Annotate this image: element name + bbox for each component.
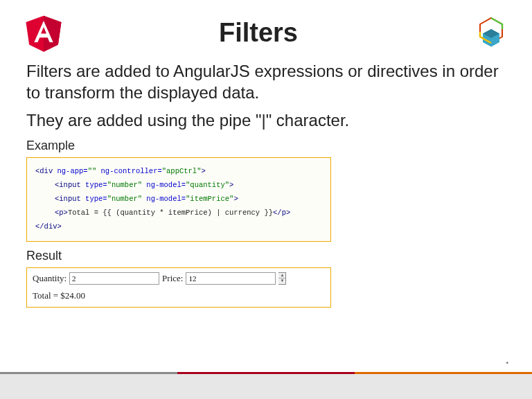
quantity-input[interactable] [69, 272, 159, 285]
cube-icon [474, 15, 508, 50]
total-text: Total = $24.00 [33, 290, 325, 301]
paragraph-1: Filters are added to AngularJS expressio… [26, 61, 506, 103]
slide-body: Filters are added to AngularJS expressio… [0, 55, 532, 308]
chevron-up-icon: ▲ [278, 273, 285, 279]
result-inputs-row: Quantity: Price: ▲▼ [33, 272, 325, 285]
slide-header: Filters [0, 0, 532, 55]
paragraph-2: They are added using the pipe "|" charac… [26, 110, 506, 132]
result-label: Result [26, 249, 506, 263]
price-label: Price: [162, 273, 183, 284]
price-input[interactable] [186, 272, 276, 285]
code-example: <div ng-app="" ng-controller="appCtrl"> … [26, 157, 331, 242]
quantity-label: Quantity: [33, 273, 66, 284]
result-box: Quantity: Price: ▲▼ Total = $24.00 [26, 267, 331, 308]
footnote-marker: * [506, 360, 508, 367]
footer-strip [0, 374, 532, 399]
example-label: Example [26, 139, 506, 153]
price-stepper[interactable]: ▲▼ [278, 272, 286, 285]
chevron-down-icon: ▼ [278, 278, 285, 284]
slide-title: Filters [43, 18, 474, 48]
